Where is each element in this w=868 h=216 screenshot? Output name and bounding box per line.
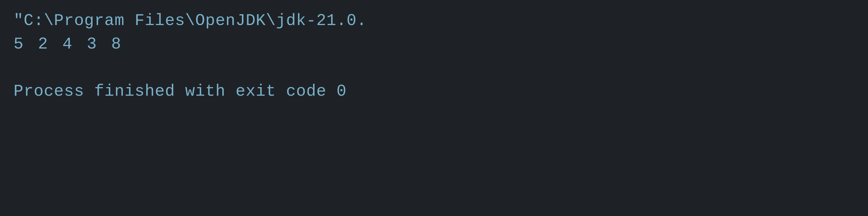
- terminal-line-command: "C:\Program Files\OpenJDK\jdk-21.0.: [13, 9, 855, 33]
- terminal-window: "C:\Program Files\OpenJDK\jdk-21.0. 5 2 …: [0, 0, 868, 216]
- terminal-line-numbers: 5 2 4 3 8: [13, 33, 855, 56]
- terminal-line-empty: [13, 56, 855, 80]
- terminal-line-process: Process finished with exit code 0: [13, 80, 855, 103]
